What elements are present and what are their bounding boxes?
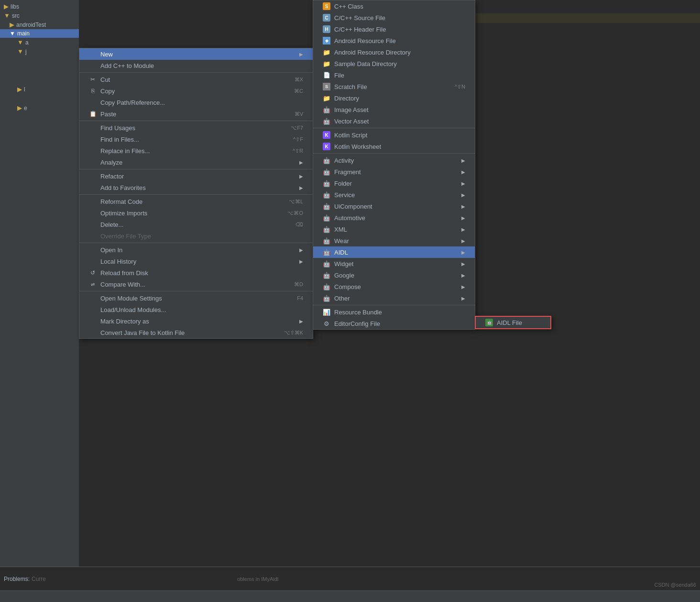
history-icon [89,257,97,265]
submenu-aidl-file[interactable]: 🤖 AIDL File [476,317,550,328]
cut-shortcut: ⌘X [295,77,303,83]
tree-item-label: e [24,105,27,111]
submenu-arrow: ▶ [461,215,465,221]
tree-item-j[interactable]: ▼ j [0,47,79,56]
menu-item-refactor[interactable]: Refactor ▶ [79,170,313,182]
submenu-widget[interactable]: 🤖 Widget ▶ [313,258,475,269]
submenu-wear[interactable]: 🤖 Wear ▶ [313,235,475,246]
submenu-xml[interactable]: 🤖 XML ▶ [313,223,475,235]
separator-6 [79,291,313,291]
menu-item-optimize[interactable]: Optimize Imports ⌥⌘O [79,207,313,219]
tree-item-label: main [17,30,30,37]
menu-item-label: Vector Asset [334,118,369,125]
menu-item-label: Sample Data Directory [334,60,397,67]
submenu-arrow: ▶ [461,169,465,175]
tree-item-libs[interactable]: ▶ libs [0,2,79,11]
aidl-icon: 🤖 [323,248,330,256]
aidl-submenu: 🤖 AIDL File [475,316,551,329]
menu-item-copy-path[interactable]: Copy Path/Reference... [79,97,313,108]
menu-item-label: Folder [334,180,352,187]
widget-icon: 🤖 [323,260,330,268]
new-icon [89,50,97,58]
menu-item-paste[interactable]: 📋 Paste ⌘V [79,108,313,120]
submenu-editorconfig[interactable]: ⚙ EditorConfig File [313,318,475,329]
submenu-arrow: ▶ [299,174,303,179]
tree-item-l[interactable]: ▶ l [0,85,79,94]
aidl-file-icon: 🤖 [485,319,493,326]
menu-item-label: Optimize Imports [100,210,147,217]
menu-item-analyze[interactable]: Analyze ▶ [79,156,313,168]
menu-item-cut[interactable]: ✂ Cut ⌘X [79,74,313,85]
tree-item-a[interactable]: ▼ a [0,38,79,47]
analyze-icon [89,158,97,166]
menu-item-compare[interactable]: ⇌ Compare With... ⌘D [79,279,313,290]
submenu-service[interactable]: 🤖 Service ▶ [313,189,475,201]
submenu-android-res-file[interactable]: ◈ Android Resource File [313,35,475,46]
menu-item-copy[interactable]: ⎘ Copy ⌘C [79,85,313,97]
submenu-uicomponent[interactable]: 🤖 UiComponent ▶ [313,201,475,212]
submenu-cpp-class[interactable]: S C++ Class [313,0,475,12]
tree-item-androidtest[interactable]: ▶ androidTest [0,20,79,29]
menu-item-label: Widget [334,260,353,268]
menu-item-reformat[interactable]: Reformat Code ⌥⌘L [79,196,313,207]
submenu-sample-data[interactable]: 📁 Sample Data Directory [313,58,475,69]
new-submenu: S C++ Class C C/C++ Source File H C/C++ … [313,0,475,330]
submenu-other[interactable]: 🤖 Other ▶ [313,292,475,304]
paste-shortcut: ⌘V [295,111,303,117]
menu-item-delete[interactable]: Delete... ⌫ [79,219,313,230]
paste-icon: 📋 [89,110,97,118]
submenu-scratch-file[interactable]: S Scratch File ^⇧N [313,81,475,92]
menu-item-add-favorites[interactable]: Add to Favorites ▶ [79,182,313,193]
menu-item-open-in[interactable]: Open In ▶ [79,244,313,256]
submenu-google[interactable]: 🤖 Google ▶ [313,269,475,281]
menu-item-add-cpp[interactable]: Add C++ to Module [79,60,313,71]
vector-asset-icon: 🤖 [323,117,330,125]
xml-icon: 🤖 [323,225,330,233]
menu-item-label: Load/Unload Modules... [100,306,166,313]
tree-item-e[interactable]: ▶ e [0,103,79,112]
submenu-cpp-source[interactable]: C C/C++ Source File [313,12,475,23]
submenu-cpp-header[interactable]: H C/C++ Header File [313,23,475,35]
submenu-arrow: ▶ [461,296,465,301]
menu-item-local-history[interactable]: Local History ▶ [79,256,313,267]
menu-item-mark-dir[interactable]: Mark Directory as ▶ [79,315,313,327]
menu-item-find-in-files[interactable]: Find in Files... ^⇧F [79,134,313,145]
submenu-folder[interactable]: 🤖 Folder ▶ [313,178,475,189]
menu-item-label: C/C++ Source File [334,14,385,22]
submenu-arrow: ▶ [299,52,303,57]
menu-item-module-settings[interactable]: Open Module Settings F4 [79,292,313,304]
submenu-android-res-dir[interactable]: 📁 Android Resource Directory [313,46,475,58]
submenu-aidl[interactable]: 🤖 AIDL ▶ [313,246,475,258]
submenu-kotlin-script[interactable]: K Kotlin Script [313,129,475,141]
favorites-icon [89,184,97,191]
compare-icon: ⇌ [89,280,97,288]
submenu-resource-bundle[interactable]: 📊 Resource Bundle [313,306,475,318]
menu-item-load-modules[interactable]: Load/Unload Modules... [79,304,313,315]
menu-item-replace[interactable]: Replace in Files... ^⇧R [79,145,313,156]
submenu-activity[interactable]: 🤖 Activity ▶ [313,155,475,166]
menu-item-label: Google [334,272,354,279]
menu-item-label: Replace in Files... [100,147,150,155]
menu-item-find-usages[interactable]: Find Usages ⌥F7 [79,122,313,134]
submenu-automotive[interactable]: 🤖 Automotive ▶ [313,212,475,223]
tree-item-main[interactable]: ▼ main [0,29,79,38]
submenu-fragment[interactable]: 🤖 Fragment ▶ [313,166,475,178]
submenu-compose[interactable]: 🤖 Compose ▶ [313,281,475,292]
kotlin-worksheet-icon: K [323,143,330,150]
menu-item-label: Reformat Code [100,198,142,205]
menu-item-label: Local History [100,258,136,265]
submenu-arrow: ▶ [461,284,465,290]
status-bar [0,591,700,602]
tree-item-src[interactable]: ▼ src [0,11,79,20]
submenu-kotlin-worksheet[interactable]: K Kotlin Worksheet [313,141,475,152]
menu-item-label: Open Module Settings [100,295,162,302]
settings-shortcut: F4 [297,295,303,301]
submenu-vector-asset[interactable]: 🤖 Vector Asset [313,115,475,127]
menu-item-convert-kotlin[interactable]: Convert Java File to Kotlin File ⌥⇧⌘K [79,327,313,338]
submenu-directory[interactable]: 📁 Directory [313,92,475,104]
menu-item-reload[interactable]: ↺ Reload from Disk [79,267,313,279]
menu-item-new[interactable]: New ▶ [79,48,313,60]
submenu-image-asset[interactable]: 🤖 Image Asset [313,104,475,115]
submenu-file[interactable]: 📄 File [313,69,475,81]
menu-item-label: Service [334,191,355,199]
